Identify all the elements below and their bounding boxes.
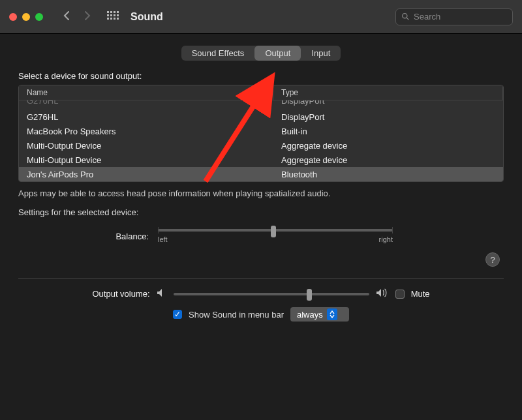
svg-point-0 [403,14,407,18]
table-header: Name Type [19,85,503,100]
close-window[interactable] [9,13,17,21]
menubar-checkbox[interactable]: ✓ [173,310,182,319]
tab-bar: Sound Effects Output Input [18,46,504,61]
tab-sound-effects[interactable]: Sound Effects [181,46,255,61]
titlebar: Sound Search [0,0,522,34]
dropdown-arrows-icon [327,308,337,320]
column-name[interactable]: Name [19,85,273,100]
table-row[interactable]: G276HLDisplayPort [19,110,503,124]
output-volume-control: Output volume: Mute [18,288,504,299]
device-name: Jon's AirPods Pro [19,170,273,179]
divider [18,278,504,279]
volume-slider[interactable] [174,293,369,295]
search-input[interactable]: Search [395,8,513,25]
svg-line-1 [407,18,408,20]
device-type: DisplayPort [273,100,503,110]
balance-control: Balance: left right [18,229,504,243]
device-name: Multi-Output Device [19,141,273,151]
volume-high-icon [376,288,389,299]
table-row[interactable]: G276HLDisplayPort [19,100,503,110]
balance-left-label: left [158,235,168,243]
device-type: DisplayPort [273,112,503,122]
mute-label: Mute [411,289,430,299]
tab-input[interactable]: Input [301,46,341,61]
device-type: Aggregate device [273,155,503,165]
output-volume-label: Output volume: [92,289,149,299]
device-type: Aggregate device [273,141,503,151]
tab-output[interactable]: Output [254,46,301,61]
table-row[interactable]: Jon's AirPods ProBluetooth [19,167,503,181]
device-name: G276HL [19,100,273,110]
minimize-window[interactable] [22,13,30,21]
table-row[interactable]: Multi-Output DeviceAggregate device [19,153,503,167]
device-name: G276HL [19,112,273,122]
device-name: MacBook Pro Speakers [19,127,273,136]
device-prompt: Select a device for sound output: [18,71,504,81]
mute-checkbox[interactable] [395,290,405,299]
balance-label: Balance: [103,232,149,241]
device-type: Built-in [273,127,503,136]
menubar-label: Show Sound in menu bar [189,310,284,320]
table-row[interactable]: MacBook Pro SpeakersBuilt-in [19,124,503,138]
balance-slider-thumb[interactable] [271,226,276,237]
zoom-window[interactable] [35,13,43,21]
menubar-dropdown[interactable]: always [290,307,349,322]
device-type: Bluetooth [273,170,503,179]
menubar-dropdown-value: always [297,310,323,320]
search-placeholder: Search [414,12,440,22]
back-button[interactable] [63,10,70,23]
help-button[interactable]: ? [485,252,500,267]
forward-button[interactable] [84,10,91,23]
table-row[interactable]: Multi-Output DeviceAggregate device [19,138,503,153]
spatial-audio-note: Apps may be able to access head pose inf… [18,188,504,198]
show-all-icon[interactable] [107,11,119,23]
device-name: Multi-Output Device [19,155,273,165]
volume-low-icon [157,288,167,299]
balance-slider[interactable]: left right [158,229,393,243]
volume-slider-thumb[interactable] [307,289,312,301]
nav-arrows [63,10,91,23]
window-controls [9,13,43,21]
balance-right-label: right [379,235,393,243]
menubar-control: ✓ Show Sound in menu bar always [18,307,504,322]
search-icon [401,12,410,21]
selected-device-settings: Settings for the selected device: [18,207,504,217]
device-table: Name Type G276HLDisplayPortG276HLDisplay… [18,85,504,182]
window-title: Sound [130,11,163,23]
column-type[interactable]: Type [273,85,503,100]
content-pane: Sound Effects Output Input Select a devi… [0,34,522,325]
